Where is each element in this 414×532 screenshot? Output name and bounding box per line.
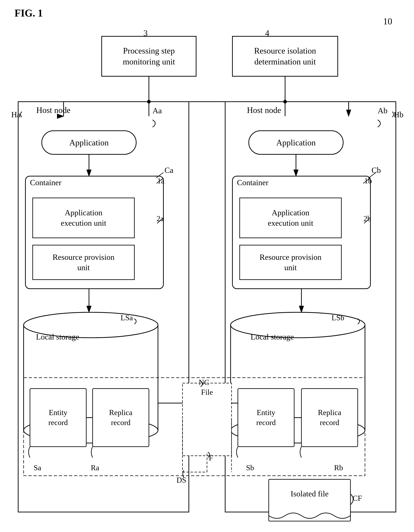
ref-lsa: LSa bbox=[121, 314, 133, 322]
svg-rect-5 bbox=[225, 102, 396, 512]
ref-ab: Ab bbox=[378, 106, 387, 115]
ref-2a: 2a bbox=[156, 214, 164, 223]
ref-ca: Ca bbox=[164, 166, 173, 175]
container-right-label: Container bbox=[237, 178, 269, 187]
local-storage-right-label: Local storage bbox=[250, 332, 294, 342]
processing-step-box: Processing step monitoring unit bbox=[102, 36, 196, 76]
local-storage-left-label: Local storage bbox=[36, 332, 79, 342]
host-node-left-label: Host node bbox=[36, 105, 70, 115]
svg-point-30 bbox=[147, 100, 151, 104]
ref-sa: Sa bbox=[34, 463, 41, 472]
ref-ra: Ra bbox=[91, 463, 99, 472]
application-right: Application bbox=[249, 131, 343, 154]
ref-sb: Sb bbox=[246, 463, 254, 472]
replica-record-right: Replica record bbox=[301, 389, 358, 447]
res-prov-right: Resource provision unit bbox=[240, 245, 341, 280]
app-exec-left: Application execution unit bbox=[33, 198, 134, 238]
replica-record-left: Replica record bbox=[93, 389, 149, 447]
isolated-file-label: Isolated file bbox=[269, 479, 350, 508]
entity-record-left: Entity record bbox=[30, 389, 86, 447]
ref-cf: CF bbox=[353, 494, 362, 503]
ref-1b: 1b bbox=[364, 177, 372, 185]
application-left: Application bbox=[42, 131, 136, 154]
container-left-label: Container bbox=[30, 178, 62, 187]
entity-record-right: Entity record bbox=[238, 389, 294, 447]
ref-cb: Cb bbox=[372, 166, 381, 175]
host-node-right-label: Host node bbox=[247, 105, 281, 115]
ref-2b: 2b bbox=[364, 214, 371, 223]
ref-10: 10 bbox=[383, 16, 392, 27]
file-label: File bbox=[183, 383, 231, 401]
ref-f: F bbox=[209, 454, 213, 462]
ref-1a: 1a bbox=[157, 177, 164, 185]
ref-ha: Ha bbox=[11, 110, 20, 119]
resource-isolation-box: Resource isolation determination unit bbox=[232, 36, 338, 76]
app-exec-right: Application execution unit bbox=[240, 198, 341, 238]
ref-aa: Aa bbox=[153, 106, 162, 115]
ref-lsb: LSb bbox=[332, 314, 344, 322]
res-prov-left: Resource provision unit bbox=[33, 245, 134, 280]
ref-rb: Rb bbox=[334, 463, 343, 472]
fig-label: FIG. 1 bbox=[15, 7, 43, 19]
svg-rect-4 bbox=[18, 102, 189, 512]
svg-point-33 bbox=[283, 100, 287, 104]
ref-hb: Hb bbox=[394, 110, 404, 119]
ref-ds: DS bbox=[176, 476, 186, 484]
